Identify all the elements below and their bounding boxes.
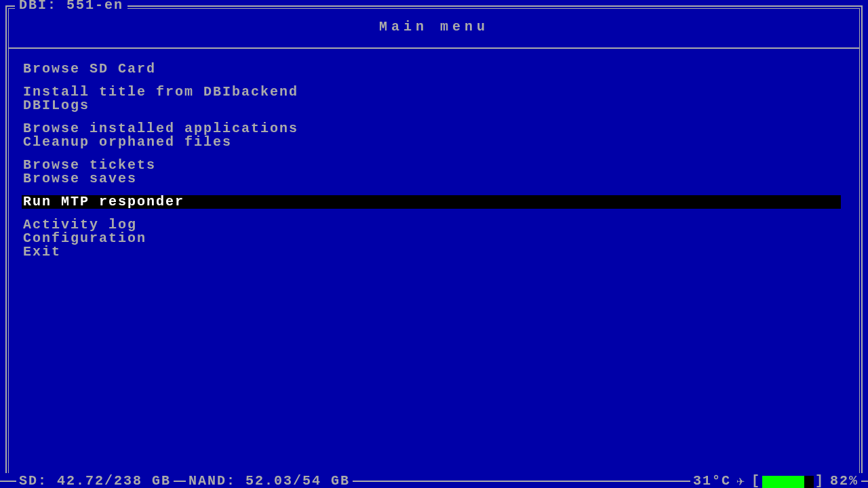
status-bar: SD: 42.72/238 GB NAND: 52.03/54 GB 31°C … <box>0 473 868 488</box>
menu-item[interactable]: Configuration <box>23 232 837 245</box>
sd-usage: SD: 42.72/238 GB <box>16 473 174 489</box>
menu-item[interactable]: Browse saves <box>23 172 837 186</box>
menu-item[interactable]: Exit <box>23 245 837 259</box>
page-title: Main menu <box>0 19 868 35</box>
menu-item[interactable]: Browse tickets <box>23 159 837 172</box>
app-title: DBI: 551-en <box>15 0 127 12</box>
menu-item[interactable]: DBILogs <box>23 99 837 113</box>
battery-indicator: [ ] <box>749 473 827 489</box>
main-menu: Browse SD CardInstall title from DBIback… <box>23 62 837 259</box>
nand-usage: NAND: 52.03/54 GB <box>186 473 353 489</box>
menu-item[interactable]: Browse installed applications <box>23 122 837 136</box>
menu-item[interactable]: Cleanup orphaned files <box>23 136 837 149</box>
temperature: 31°C <box>690 473 734 489</box>
menu-item[interactable]: Run MTP responder <box>22 195 841 209</box>
battery-percent: 82% <box>827 473 861 489</box>
menu-item[interactable]: Activity log <box>23 218 837 232</box>
divider <box>8 47 860 49</box>
airplane-icon: ✈ <box>734 472 749 489</box>
menu-item[interactable]: Browse SD Card <box>23 62 837 76</box>
menu-item[interactable]: Install title from DBIbackend <box>23 85 837 99</box>
